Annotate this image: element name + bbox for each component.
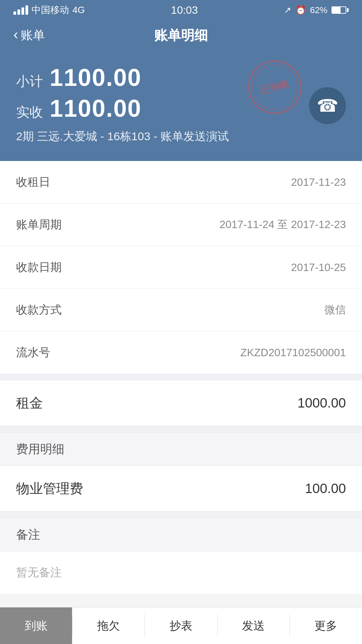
nav-label-3: 发送 bbox=[242, 618, 265, 634]
detail-value-4: ZKZD2017102500001 bbox=[240, 346, 346, 359]
back-button[interactable]: ‹ 账单 bbox=[13, 27, 45, 44]
actual-row: 实收 1100.00 bbox=[16, 95, 346, 122]
nav-label-1: 拖欠 bbox=[97, 618, 120, 634]
call-button[interactable]: ☎ bbox=[309, 87, 346, 124]
alarm-icon: ⏰ bbox=[295, 5, 306, 15]
nav-bar: ‹ 账单 账单明细 bbox=[0, 20, 362, 50]
detail-value-1: 2017-11-24 至 2017-12-23 bbox=[220, 217, 346, 232]
detail-label-4: 流水号 bbox=[16, 345, 50, 360]
fee-item-row: 物业管理费 100.00 bbox=[0, 466, 362, 512]
header-subtitle: 2期 三远.大爱城 - 16栋103 - 账单发送演试 bbox=[16, 129, 346, 144]
network-type: 4G bbox=[72, 5, 85, 15]
detail-label-1: 账单周期 bbox=[16, 217, 62, 232]
fee-section-header: 费用明细 bbox=[0, 433, 362, 466]
detail-label-0: 收租日 bbox=[16, 174, 50, 190]
nav-label-2: 抄表 bbox=[170, 618, 192, 634]
detail-value-3: 微信 bbox=[324, 303, 346, 317]
subtotal-label: 小计 bbox=[16, 72, 43, 91]
phone-icon: ☎ bbox=[317, 96, 339, 116]
nav-item-0[interactable]: 到账 bbox=[0, 607, 72, 644]
detail-section: 收租日 2017-11-23 账单周期 2017-11-24 至 2017-12… bbox=[0, 161, 362, 374]
notes-section: 暂无备注 bbox=[0, 551, 362, 594]
detail-row-2: 收款日期 2017-10-25 bbox=[0, 246, 362, 289]
location-icon: ↗ bbox=[284, 5, 291, 15]
status-right: ↗ ⏰ 62% bbox=[284, 5, 349, 15]
nav-item-3[interactable]: 发送 bbox=[218, 607, 290, 644]
detail-value-2: 2017-10-25 bbox=[291, 261, 346, 274]
nav-item-2[interactable]: 抄表 bbox=[145, 607, 217, 644]
rent-value: 1000.00 bbox=[297, 395, 346, 411]
separator-3 bbox=[0, 512, 362, 518]
nav-label-4: 更多 bbox=[314, 618, 337, 634]
battery-percent: 62% bbox=[310, 5, 327, 15]
fee-item-value: 100.00 bbox=[305, 481, 346, 496]
status-bar: 中国移动 4G 10:03 ↗ ⏰ 62% bbox=[0, 0, 362, 20]
detail-row-4: 流水号 ZKZD2017102500001 bbox=[0, 331, 362, 374]
back-label: 账单 bbox=[21, 27, 45, 44]
subtotal-value: 1100.00 bbox=[50, 64, 141, 91]
bottom-nav: 到账 拖欠 抄表 发送 更多 bbox=[0, 607, 362, 644]
notes-empty-label: 暂无备注 bbox=[0, 551, 362, 594]
nav-item-4[interactable]: 更多 bbox=[290, 607, 362, 644]
clock: 10:03 bbox=[171, 4, 198, 16]
notes-header-label: 备注 bbox=[16, 528, 40, 541]
nav-label-0: 到账 bbox=[25, 618, 48, 634]
detail-row-1: 账单周期 2017-11-24 至 2017-12-23 bbox=[0, 204, 362, 246]
page-title: 账单明细 bbox=[154, 26, 208, 45]
signal-icon bbox=[13, 5, 28, 15]
detail-label-3: 收款方式 bbox=[16, 302, 62, 318]
detail-value-0: 2017-11-23 bbox=[291, 176, 346, 189]
detail-row-3: 收款方式 微信 bbox=[0, 289, 362, 331]
subtotal-row: 小计 1100.00 bbox=[16, 64, 346, 91]
header-section: 小计 1100.00 实收 1100.00 2期 三远.大爱城 - 16栋103… bbox=[0, 50, 362, 161]
rent-label: 租金 bbox=[16, 394, 43, 412]
nav-item-1[interactable]: 拖欠 bbox=[72, 607, 144, 644]
detail-label-2: 收款日期 bbox=[16, 260, 62, 275]
separator-2 bbox=[0, 426, 362, 433]
battery-icon bbox=[331, 6, 349, 14]
carrier-label: 中国移动 bbox=[32, 4, 69, 16]
separator-1 bbox=[0, 374, 362, 380]
fee-item-label: 物业管理费 bbox=[16, 479, 83, 498]
detail-row-0: 收租日 2017-11-23 bbox=[0, 161, 362, 204]
actual-value: 1100.00 bbox=[50, 95, 141, 122]
status-left: 中国移动 4G bbox=[13, 4, 85, 16]
notes-section-header: 备注 bbox=[0, 518, 362, 551]
actual-label: 实收 bbox=[16, 103, 43, 121]
header-amounts: 小计 1100.00 实收 1100.00 2期 三远.大爱城 - 16栋103… bbox=[16, 64, 346, 144]
fee-header-label: 费用明细 bbox=[16, 442, 64, 456]
rent-row: 租金 1000.00 bbox=[0, 380, 362, 426]
back-arrow-icon: ‹ bbox=[13, 28, 18, 42]
